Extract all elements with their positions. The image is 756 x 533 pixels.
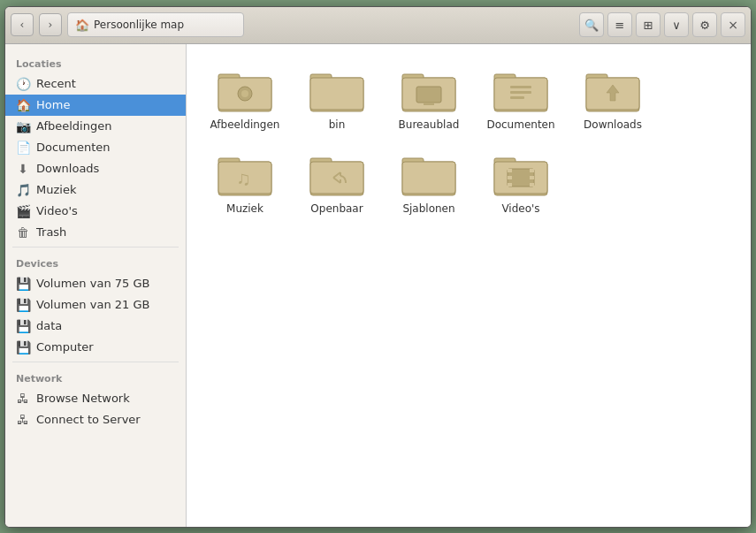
folder-label: Downloads <box>584 118 642 133</box>
titlebar-actions: 🔍 ≡ ⊞ ∨ ⚙ × <box>579 12 745 37</box>
file-manager-window: ‹ › 🏠 Persoonlijke map 🔍 ≡ ⊞ ∨ ⚙ × Locat… <box>4 6 752 528</box>
svg-rect-37 <box>508 169 512 172</box>
folder-icon <box>584 65 641 115</box>
sidebar-item-label: Home <box>36 98 70 111</box>
folder-muziek[interactable]: ♫ Muziek <box>201 142 289 224</box>
forward-button[interactable]: › <box>39 13 62 36</box>
devices-section-label: Devices <box>5 251 186 273</box>
svg-rect-40 <box>530 169 534 172</box>
folder-icon <box>309 149 365 199</box>
sidebar-item-downloads[interactable]: ⬇ Downloads <box>5 158 186 179</box>
network-icon: 🖧 <box>16 392 30 406</box>
svg-rect-41 <box>530 176 534 179</box>
folder-label: bin <box>329 118 346 133</box>
svg-rect-38 <box>508 176 512 179</box>
file-area: Afbeeldingen bin <box>187 44 751 527</box>
folder-afbeeldingen[interactable]: Afbeeldingen <box>201 58 289 140</box>
computer-icon: 💾 <box>16 340 30 354</box>
location-bar[interactable]: 🏠 Persoonlijke map <box>67 12 244 37</box>
sidebar-divider-2 <box>12 362 179 362</box>
svg-rect-42 <box>530 183 534 187</box>
music-icon: 🎵 <box>16 183 30 197</box>
svg-text:♫: ♫ <box>236 167 251 189</box>
folder-icon <box>493 149 549 199</box>
main-content: Locaties 🕐 Recent 🏠 Home 📷 Afbeeldingen … <box>5 44 751 527</box>
folder-downloads[interactable]: Downloads <box>569 58 657 140</box>
sidebar-item-label: Downloads <box>36 162 99 175</box>
folder-icon <box>309 65 365 115</box>
sidebar-item-recent[interactable]: 🕐 Recent <box>5 73 186 95</box>
sidebar-divider-1 <box>12 247 179 247</box>
sidebar-item-label: Trash <box>36 225 66 239</box>
folder-label: Documenten <box>486 118 554 133</box>
list-view-button[interactable]: ≡ <box>607 12 632 37</box>
sidebar-item-home[interactable]: 🏠 Home <box>5 95 186 116</box>
sidebar-item-label: data <box>36 319 62 332</box>
drive-icon: 💾 <box>16 298 30 312</box>
folder-documenten[interactable]: Documenten <box>477 58 565 140</box>
sidebar-item-label: Computer <box>36 340 94 354</box>
svg-rect-12 <box>424 103 434 105</box>
svg-rect-18 <box>510 96 524 99</box>
sidebar-item-label: Muziek <box>36 183 76 196</box>
folder-icon: ♫ <box>217 149 273 199</box>
drive-icon: 💾 <box>16 277 30 291</box>
grid-view-button[interactable]: ⊞ <box>636 12 661 37</box>
folder-sjablonen[interactable]: Sjablonen <box>385 142 473 224</box>
search-button[interactable]: 🔍 <box>579 12 604 37</box>
sidebar-item-browse-network[interactable]: 🖧 Browse Network <box>5 388 186 409</box>
svg-rect-17 <box>510 91 531 94</box>
pictures-icon: 📷 <box>16 119 30 133</box>
svg-rect-32 <box>402 162 455 194</box>
svg-rect-11 <box>416 87 441 103</box>
back-button[interactable]: ‹ <box>11 13 34 36</box>
sidebar-item-label: Documenten <box>36 141 111 154</box>
folder-label: Openbaar <box>310 202 363 217</box>
folder-bin[interactable]: bin <box>293 58 381 140</box>
folder-label: Sjablonen <box>402 202 454 217</box>
sidebar-item-label: Afbeeldingen <box>36 119 111 133</box>
sidebar-item-label: Connect to Server <box>36 413 141 426</box>
folder-icon <box>401 65 457 115</box>
svg-rect-16 <box>510 86 531 88</box>
video-icon: 🎬 <box>16 204 30 218</box>
svg-rect-7 <box>310 78 363 110</box>
folder-label: Afbeeldingen <box>210 118 280 133</box>
sidebar-item-label: Recent <box>36 77 76 90</box>
svg-point-4 <box>241 90 248 97</box>
titlebar: ‹ › 🏠 Persoonlijke map 🔍 ≡ ⊞ ∨ ⚙ × <box>5 7 751 44</box>
clock-icon: 🕐 <box>16 77 30 91</box>
sidebar-item-documenten[interactable]: 📄 Documenten <box>5 137 186 158</box>
svg-rect-39 <box>508 183 512 187</box>
sidebar-item-vol75[interactable]: 💾 Volumen van 75 GB <box>5 273 186 294</box>
close-button[interactable]: × <box>721 12 745 37</box>
sidebar-item-data[interactable]: 💾 data <box>5 316 186 337</box>
folder-openbaar[interactable]: Openbaar <box>293 142 381 224</box>
sidebar-item-label: Video's <box>36 204 78 217</box>
folder-icon <box>493 65 549 115</box>
download-icon: ⬇ <box>16 162 30 176</box>
sort-button[interactable]: ∨ <box>664 12 689 37</box>
svg-rect-29 <box>310 162 363 194</box>
sidebar-item-afbeeldingen[interactable]: 📷 Afbeeldingen <box>5 116 186 137</box>
folder-bureaublad[interactable]: Bureaublad <box>385 58 473 140</box>
home-icon: 🏠 <box>16 98 30 112</box>
sidebar-item-vol21[interactable]: 💾 Volumen van 21 GB <box>5 294 186 316</box>
folder-label: Video's <box>501 202 539 217</box>
settings-button[interactable]: ⚙ <box>692 12 717 37</box>
folder-label: Bureaublad <box>399 118 460 133</box>
location-home-icon: 🏠 <box>75 19 89 32</box>
folder-label: Muziek <box>226 202 263 217</box>
sidebar-item-trash[interactable]: 🗑 Trash <box>5 222 186 243</box>
sidebar-item-muziek[interactable]: 🎵 Muziek <box>5 179 186 201</box>
folder-videos[interactable]: Video's <box>477 142 565 224</box>
sidebar-item-videos[interactable]: 🎬 Video's <box>5 201 186 222</box>
document-icon: 📄 <box>16 141 30 155</box>
sidebar-item-label: Volumen van 21 GB <box>36 298 149 311</box>
folder-icon <box>401 149 457 199</box>
locaties-section-label: Locaties <box>5 51 186 73</box>
sidebar-item-computer[interactable]: 💾 Computer <box>5 337 186 358</box>
location-text: Persoonlijke map <box>94 19 184 31</box>
sidebar-item-label: Browse Network <box>36 392 130 405</box>
sidebar-item-connect-server[interactable]: 🖧 Connect to Server <box>5 409 186 430</box>
